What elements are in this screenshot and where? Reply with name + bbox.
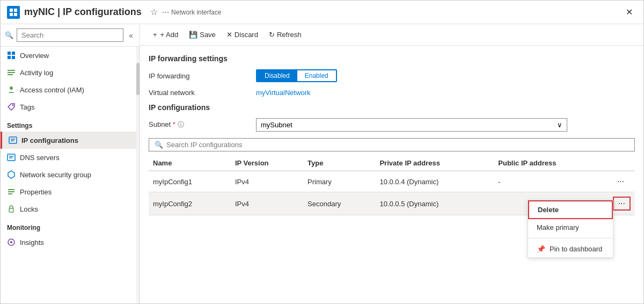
ip-configurations-title: IP configurations xyxy=(149,103,635,112)
insights-label: Insights xyxy=(20,238,44,247)
sidebar-item-locks[interactable]: Locks xyxy=(1,200,136,218)
context-menu-delete[interactable]: Delete xyxy=(528,200,613,219)
row2-private-ip: 10.0.0.5 (Dynamic) xyxy=(375,192,494,215)
ip-forwarding-settings-title: IP forwarding settings xyxy=(149,54,635,63)
dns-servers-label: DNS servers xyxy=(20,154,60,162)
refresh-button[interactable]: ↻ Refresh xyxy=(265,28,306,41)
activity-log-icon xyxy=(7,68,16,77)
scrollbar-thumb[interactable] xyxy=(136,63,140,95)
context-menu-make-primary[interactable]: Make primary xyxy=(528,219,613,236)
col-actions xyxy=(609,156,635,171)
row2-type: Secondary xyxy=(303,192,375,215)
ip-forwarding-row: IP forwarding Disabled Enabled xyxy=(149,69,635,82)
save-button[interactable]: 💾 Save xyxy=(185,28,220,41)
context-menu-divider xyxy=(528,238,613,238)
overview-label: Overview xyxy=(20,52,49,60)
sidebar-item-insights[interactable]: Insights xyxy=(1,234,136,251)
subnet-row: Subnet * ⓘ mySubnet ∨ xyxy=(149,118,635,132)
svg-rect-1 xyxy=(14,9,17,12)
row2-ip-version: IPv4 xyxy=(231,192,303,215)
table-row: myIpConfig2 IPv4 Secondary 10.0.0.5 (Dyn… xyxy=(149,192,635,215)
sidebar-item-tags[interactable]: Tags xyxy=(1,98,136,115)
network-security-group-label: Network security group xyxy=(20,171,91,179)
svg-rect-22 xyxy=(8,193,12,194)
row1-type: Primary xyxy=(303,171,375,192)
row1-ip-version: IPv4 xyxy=(231,171,303,192)
ip-configurations-section: IP configurations Subnet * ⓘ mySubnet ∨ xyxy=(149,103,635,215)
app-icon xyxy=(7,6,20,19)
search-ip-configs[interactable]: 🔍 xyxy=(149,138,635,151)
toggle-enabled[interactable]: Enabled xyxy=(297,70,336,81)
ip-configurations-label: IP configurations xyxy=(21,136,78,144)
sidebar-scrollbar[interactable] xyxy=(136,47,140,303)
toggle-disabled[interactable]: Disabled xyxy=(257,70,297,81)
virtual-network-link[interactable]: myVirtualNetwork xyxy=(256,89,311,97)
sidebar-item-dns-servers[interactable]: DNS servers xyxy=(1,149,136,166)
pin-icon: 📌 xyxy=(537,245,545,253)
configs-table-wrapper: Name IP Version Type Private IP address … xyxy=(149,156,635,215)
svg-rect-5 xyxy=(12,52,15,55)
sidebar-item-ip-configurations[interactable]: IP configurations xyxy=(1,132,136,149)
search-icon: 🔍 xyxy=(5,31,13,39)
subnet-label: Subnet * ⓘ xyxy=(149,120,256,129)
svg-rect-7 xyxy=(12,56,15,59)
svg-marker-12 xyxy=(8,104,14,110)
content-area: + + Add 💾 Save ✕ Discard ↻ Refresh I xyxy=(140,24,643,303)
row1-more-button[interactable]: ··· xyxy=(613,176,631,187)
search-input[interactable] xyxy=(17,28,123,42)
sidebar-item-activity-log[interactable]: Activity log xyxy=(1,64,136,81)
network-security-group-icon xyxy=(7,170,16,179)
svg-point-13 xyxy=(12,105,14,106)
context-menu-pin[interactable]: 📌 Pin to dashboard xyxy=(528,241,613,257)
sidebar-item-network-security-group[interactable]: Network security group xyxy=(1,166,136,183)
svg-rect-6 xyxy=(8,56,11,59)
discard-button[interactable]: ✕ Discard xyxy=(222,28,262,41)
svg-point-11 xyxy=(10,86,13,90)
make-primary-label: Make primary xyxy=(537,223,579,231)
col-type: Type xyxy=(303,156,375,171)
chevron-down-icon: ∨ xyxy=(557,121,562,129)
col-ip-version: IP Version xyxy=(231,156,303,171)
tags-label: Tags xyxy=(20,103,34,111)
properties-icon xyxy=(7,187,16,196)
row1-actions: ··· xyxy=(609,171,635,192)
delete-label: Delete xyxy=(538,206,559,214)
locks-label: Locks xyxy=(20,205,38,213)
favorite-icon[interactable]: ☆ xyxy=(150,7,158,17)
svg-rect-2 xyxy=(10,13,13,16)
svg-rect-14 xyxy=(9,137,17,143)
ip-forwarding-label: IP forwarding xyxy=(149,72,256,80)
svg-rect-17 xyxy=(8,154,15,161)
row2-more-button[interactable]: ··· xyxy=(613,197,631,211)
sidebar-item-access-control[interactable]: Access control (IAM) xyxy=(1,81,136,98)
locks-icon xyxy=(7,205,16,213)
collapse-button[interactable]: « xyxy=(127,30,135,41)
title-actions: ☆ ··· xyxy=(150,7,169,17)
table-header-row: Name IP Version Type Private IP address … xyxy=(149,156,635,171)
access-control-icon xyxy=(7,85,16,94)
overview-icon xyxy=(7,51,16,60)
add-button[interactable]: + + Add xyxy=(149,28,182,41)
more-options-icon[interactable]: ··· xyxy=(162,8,169,17)
insights-icon xyxy=(7,238,16,247)
discard-label: Discard xyxy=(235,31,258,39)
sidebar-item-overview[interactable]: Overview xyxy=(1,47,136,64)
sidebar-item-properties[interactable]: Properties xyxy=(1,183,136,200)
toolbar: + + Add 💾 Save ✕ Discard ↻ Refresh xyxy=(140,24,643,46)
col-name: Name xyxy=(149,156,231,171)
close-button[interactable]: ✕ xyxy=(621,5,637,19)
subnet-info-icon[interactable]: ⓘ xyxy=(178,121,184,128)
subnet-dropdown[interactable]: mySubnet ∨ xyxy=(256,118,567,132)
settings-section-label: Settings xyxy=(1,115,136,132)
search-ip-input[interactable] xyxy=(166,141,629,149)
context-menu: Delete Make primary 📌 xyxy=(528,200,613,258)
save-label: Save xyxy=(200,31,216,39)
properties-label: Properties xyxy=(20,188,52,196)
ip-forwarding-toggle[interactable]: Disabled Enabled xyxy=(256,69,337,82)
activity-log-label: Activity log xyxy=(20,69,53,77)
subnet-value: mySubnet xyxy=(261,121,292,129)
required-star: * xyxy=(173,120,175,128)
svg-rect-9 xyxy=(8,72,15,73)
save-icon: 💾 xyxy=(189,31,197,39)
svg-rect-3 xyxy=(14,13,17,16)
